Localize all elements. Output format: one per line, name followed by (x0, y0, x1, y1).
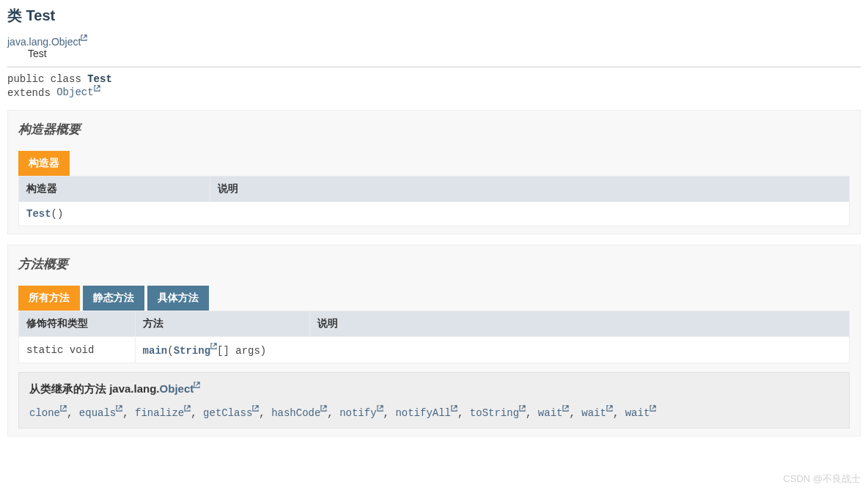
external-link-icon (60, 405, 67, 412)
col-desc: 说明 (309, 311, 849, 337)
method-tab[interactable]: 具体方法 (147, 286, 209, 311)
inherited-method-link[interactable]: finalize (135, 407, 191, 419)
method-link[interactable]: main (143, 345, 168, 357)
external-link-icon (377, 405, 383, 412)
inheritance-tree: java.lang.Object Test (7, 34, 861, 59)
constructor-table: 构造器 说明 Test() (18, 176, 850, 226)
inherited-method-link[interactable]: notifyAll (395, 407, 457, 419)
param-type-link[interactable]: String (174, 345, 217, 357)
inherited-method-link[interactable]: getClass (203, 407, 259, 419)
constructor-tab[interactable]: 构造器 (18, 151, 70, 176)
constructor-link[interactable]: Test (26, 208, 51, 220)
inherited-method-link[interactable]: toString (470, 407, 526, 419)
method-section-title: 方法概要 (18, 256, 850, 272)
external-link-icon (519, 405, 526, 412)
table-row: static voidmain(String[] args) (19, 337, 850, 363)
external-link-icon (194, 382, 200, 388)
inherited-method-link[interactable]: hashCode (271, 407, 327, 419)
inherited-method-link[interactable]: wait (625, 407, 657, 419)
external-link-icon (210, 343, 217, 349)
method-tab[interactable]: 所有方法 (18, 286, 80, 311)
external-link-icon (650, 405, 656, 412)
signature-modifiers: public class (7, 73, 87, 85)
external-link-icon (252, 405, 259, 412)
inherited-method-link[interactable]: notify (339, 407, 383, 419)
external-link-icon (320, 405, 327, 412)
inheritance-parent-text: java.lang.Object (7, 36, 81, 48)
method-summary-section: 方法概要 所有方法静态方法具体方法 修饰符和类型 方法 说明 static vo… (7, 245, 861, 436)
table-row: Test() (19, 202, 850, 226)
page-title: 类 Test (7, 6, 861, 26)
col-method: 方法 (135, 311, 309, 337)
signature-class-name: Test (87, 73, 112, 85)
col-constructor: 构造器 (19, 177, 210, 202)
external-link-icon (606, 405, 613, 412)
external-link-icon (94, 85, 100, 92)
inheritance-parent-link[interactable]: java.lang.Object (7, 36, 87, 48)
inherited-method-link[interactable]: wait (581, 407, 613, 419)
constructor-section-title: 构造器概要 (18, 121, 850, 138)
inherited-method-link[interactable]: clone (29, 407, 67, 419)
inherited-class-link[interactable]: Object (160, 382, 201, 395)
method-tabs: 所有方法静态方法具体方法 (18, 286, 850, 311)
col-desc: 说明 (210, 177, 849, 202)
signature-extends-link[interactable]: Object (56, 86, 100, 98)
method-table: 修饰符和类型 方法 说明 static voidmain(String[] ar… (18, 311, 850, 363)
method-tab[interactable]: 静态方法 (83, 286, 144, 311)
inherited-methods-block: 从类继承的方法 java.lang.Object clone, equals, … (18, 372, 850, 428)
signature-extends-kw: extends (7, 86, 56, 98)
col-modifier: 修饰符和类型 (19, 311, 136, 337)
constructor-summary-section: 构造器概要 构造器 构造器 说明 Test() (7, 110, 861, 234)
inheritance-child: Test (28, 48, 861, 59)
inherited-method-list: clone, equals, finalize, getClass, hashC… (29, 405, 839, 419)
separator (7, 67, 861, 67)
external-link-icon (81, 34, 87, 41)
inherited-method-link[interactable]: equals (79, 407, 122, 419)
inherited-method-link[interactable]: wait (538, 407, 570, 419)
class-signature: public class Test extends Object (7, 73, 861, 99)
inherited-title: 从类继承的方法 java.lang.Object (29, 382, 839, 396)
external-link-icon (562, 405, 569, 412)
constructor-tabs: 构造器 (18, 151, 850, 176)
external-link-icon (451, 405, 457, 412)
external-link-icon (116, 405, 122, 412)
external-link-icon (184, 405, 191, 412)
